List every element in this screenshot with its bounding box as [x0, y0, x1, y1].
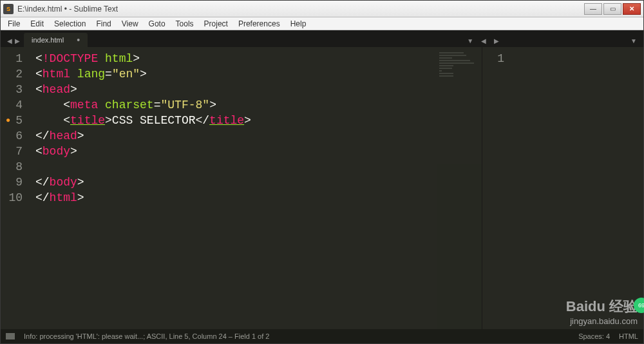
menu-selection[interactable]: Selection — [50, 18, 90, 30]
window-titlebar: S E:\index.html • - Sublime Text — ▭ ✕ — [1, 1, 643, 17]
close-button[interactable]: ✕ — [623, 3, 641, 15]
line-gutter-right: 1 — [482, 47, 511, 329]
status-syntax[interactable]: HTML — [619, 332, 638, 340]
menu-help[interactable]: Help — [286, 18, 311, 30]
code-editor-right[interactable] — [511, 47, 643, 329]
status-spaces[interactable]: Spaces: 4 — [578, 332, 610, 340]
minimize-button[interactable]: — — [584, 3, 602, 15]
editor-pane-right[interactable]: 1 — [482, 47, 643, 329]
attr-lang-value: en — [119, 68, 133, 81]
history-back-icon[interactable]: ◀ — [7, 37, 12, 44]
status-info: Info: processing 'HTML': please wait...;… — [24, 332, 269, 340]
history-forward-icon[interactable]: ▶ — [15, 37, 20, 44]
menu-file[interactable]: File — [3, 18, 24, 30]
status-bar: Info: processing 'HTML': please wait...;… — [1, 329, 643, 343]
editor-pane-left[interactable]: 1 2 3 4 ●5 6 7 8 9 10 <!DOCTYPE html> <h… — [1, 47, 482, 329]
tab-index-html[interactable]: index.html • — [24, 33, 88, 47]
pane2-back-icon[interactable]: ◀ — [481, 37, 486, 44]
pane2-dropdown-icon[interactable]: ▼ — [630, 37, 637, 44]
menu-preferences[interactable]: Preferences — [234, 18, 285, 30]
menu-edit[interactable]: Edit — [26, 18, 48, 30]
tab-label: index.html — [32, 36, 64, 44]
code-editor[interactable]: <!DOCTYPE html> <html lang="en"> <head> … — [29, 47, 482, 329]
line-gutter: 1 2 3 4 ●5 6 7 8 9 10 — [1, 47, 29, 329]
app-icon: S — [3, 4, 14, 14]
menu-view[interactable]: View — [117, 18, 143, 30]
window-title: E:\index.html • - Sublime Text — [17, 5, 584, 14]
tab-dirty-indicator: • — [77, 37, 80, 43]
tab-bar: ◀ ▶ index.html • ▼ ◀ ▶ ▼ — [1, 30, 643, 47]
menu-project[interactable]: Project — [200, 18, 232, 30]
status-panel-icon[interactable] — [6, 333, 15, 339]
maximize-button[interactable]: ▭ — [603, 3, 621, 15]
menu-goto[interactable]: Goto — [144, 18, 170, 30]
title-text: CSS SELECTOR — [112, 114, 196, 127]
menu-bar: File Edit Selection Find View Goto Tools… — [1, 17, 643, 30]
pane2-forward-icon[interactable]: ▶ — [494, 37, 499, 44]
menu-find[interactable]: Find — [91, 18, 115, 30]
attr-charset-value: UTF-8 — [167, 99, 202, 111]
menu-tools[interactable]: Tools — [171, 18, 198, 30]
pane-dropdown-icon[interactable]: ▼ — [467, 37, 473, 44]
modified-line-icon: ● — [6, 113, 10, 128]
